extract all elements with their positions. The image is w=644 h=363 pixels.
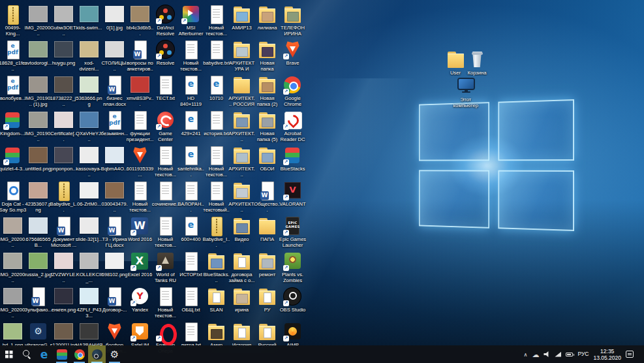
- desktop-icon[interactable]: 5363666.png: [76, 74, 102, 109]
- desktop-icon[interactable]: BqbmA4O...: [102, 144, 127, 180]
- desktop-icon[interactable]: АРХИТЕКТ... РОССИЯ И...: [229, 74, 254, 109]
- desktop-icon[interactable]: ↗Yandex: [127, 285, 153, 321]
- desktop-icon[interactable]: ТЕЛЕФОН ИРИНА: [280, 3, 305, 39]
- taskbar-bluestacks-button[interactable]: [53, 345, 70, 363]
- desktop-icon[interactable]: Babydive_L..: [51, 180, 76, 215]
- desktop-icon[interactable]: ирина: [229, 285, 254, 321]
- desktop-icon[interactable]: ↗Kingdom-...: [0, 109, 25, 144]
- desktop-icon[interactable]: ВАЛОРАН...: [178, 180, 204, 215]
- desktop-icon[interactable]: АРХИТЕКТ... СКУЛЬПТУ..: [229, 180, 254, 215]
- desktop-icon[interactable]: договора займа с о...: [229, 250, 254, 285]
- taskbar-steam-button[interactable]: [88, 345, 106, 363]
- desktop-icon[interactable]: ОБОИ: [254, 144, 280, 180]
- desktop-icon[interactable]: ОБЩ.txt: [178, 285, 204, 321]
- desktop-icon[interactable]: Новый текстовый..: [204, 180, 229, 215]
- desktop-icon[interactable]: IMG_20200...: [0, 285, 25, 321]
- desktop-icon[interactable]: ↗Word 2016: [127, 215, 153, 250]
- desktop-icon[interactable]: ПАПА: [254, 215, 280, 250]
- desktop-icon[interactable]: Gubw3OET...: [51, 3, 76, 39]
- desktop-icon[interactable]: лилиана: [254, 3, 280, 39]
- desktop-icon[interactable]: Babydive_I...: [204, 215, 229, 250]
- desktop-icon[interactable]: kassovaya-...: [76, 144, 102, 180]
- desktop-icon[interactable]: ↗DaVinci Resolve Pro...: [153, 3, 178, 39]
- desktop-icon[interactable]: huygu.png: [51, 39, 76, 74]
- desktop-icon[interactable]: IMG_20190... (1).jpg: [25, 74, 51, 109]
- desktop-icon[interactable]: енкген.png: [51, 285, 76, 321]
- taskbar-edge-button[interactable]: [35, 345, 53, 363]
- desktop-icon[interactable]: babydive.txt: [204, 39, 229, 74]
- desktop-icon[interactable]: pnponpon...: [51, 144, 76, 180]
- desktop-icon[interactable]: ↗quizlet-4-3...: [0, 144, 25, 180]
- desktop-icon[interactable]: fZVZWYLE...: [51, 250, 76, 285]
- desktop-icon[interactable]: СТОЛИЦЫ...: [102, 39, 127, 74]
- desktop-icon[interactable]: 4ZPLf_P433...: [76, 285, 102, 321]
- desktop-icon[interactable]: Договор-...: [102, 285, 127, 321]
- battery-icon[interactable]: [566, 353, 573, 356]
- desktop-icon[interactable]: Новый текстов...: [153, 285, 178, 321]
- language-indicator[interactable]: РУС: [577, 345, 589, 363]
- desktop-icon[interactable]: ТЗ - Ирина ГЦ.docx: [102, 215, 127, 250]
- desktop-icon[interactable]: QXaVHeYJ...: [76, 109, 102, 144]
- desktop-icon[interactable]: 0[1].jpg: [102, 3, 127, 39]
- desktop-icon[interactable]: BlueStacks...: [204, 250, 229, 285]
- desktop-icon[interactable]: 698102.png: [102, 250, 127, 285]
- taskbar-start-button[interactable]: [0, 345, 18, 363]
- desktop-icon[interactable]: ↗MSI Afterburner: [178, 3, 204, 39]
- desktop-icon[interactable]: ↗Acrobat Reader DC: [280, 109, 305, 144]
- desktop-icon[interactable]: волобуев...: [0, 74, 25, 109]
- taskbar-search-button[interactable]: [18, 345, 35, 363]
- desktop-icon[interactable]: kids-swim...: [76, 3, 102, 39]
- desktop-icon[interactable]: безымянн...: [102, 109, 127, 144]
- desktop-icon[interactable]: 10710: [204, 74, 229, 109]
- action-center-icon[interactable]: [626, 351, 634, 358]
- desktop-icon[interactable]: Новая папка (2): [254, 74, 280, 109]
- desktop-icon[interactable]: ↗Brave: [280, 39, 305, 74]
- desktop-icon[interactable]: Doja Cat - Say So.mp3: [0, 180, 25, 215]
- desktop-icon[interactable]: АМИР13: [229, 3, 254, 39]
- desktop-icon[interactable]: santehnika...: [178, 144, 204, 180]
- desktop-icon[interactable]: ремонт: [254, 250, 280, 285]
- desktop-icon[interactable]: ↗Google Chrome: [280, 74, 305, 109]
- taskbar-settings-button[interactable]: [106, 345, 123, 363]
- network-icon[interactable]: [555, 352, 561, 357]
- desktop-icon[interactable]: бизнес план.docx: [102, 74, 127, 109]
- desktop-icon[interactable]: Новый текстов...: [127, 180, 153, 215]
- desktop-icon[interactable]: ↗OBS Studio: [280, 285, 305, 321]
- desktop-icon[interactable]: Этот компьютер: [452, 75, 480, 109]
- desktop-icon[interactable]: история.txt: [204, 109, 229, 144]
- desktop-icon[interactable]: untitled.png: [25, 144, 51, 180]
- onedrive-icon[interactable]: ☁: [532, 351, 539, 358]
- desktop-icon[interactable]: АРХИТЕКТ... НОВГОРОД: [229, 144, 254, 180]
- taskbar-chrome-button[interactable]: [70, 345, 88, 363]
- desktop-icon[interactable]: ↗Resolve: [153, 39, 178, 74]
- desktop-icon[interactable]: 429×241: [178, 109, 204, 144]
- desktop-icon[interactable]: 18738222_j...: [51, 74, 76, 109]
- desktop-icon[interactable]: ТЕСТ.txt: [153, 74, 178, 109]
- desktop-icon[interactable]: ↗World of Tanks RU: [153, 250, 178, 285]
- desktop-icon[interactable]: Новый текстов...: [204, 3, 229, 39]
- desktop-icon[interactable]: вопросы по анкетиров...: [127, 39, 153, 74]
- desktop-icon[interactable]: ↗Plants vs. Zombies: [280, 250, 305, 285]
- desktop-icon[interactable]: ↗BlueStacks: [280, 144, 305, 180]
- desktop-icon[interactable]: SLAN: [204, 285, 229, 321]
- volume-icon[interactable]: [544, 351, 550, 357]
- desktop-icon[interactable]: Certificate[...: [51, 109, 76, 144]
- desktop-icon[interactable]: Новый текстов...: [204, 144, 229, 180]
- desktop-icon[interactable]: ↗Excel 2016: [127, 250, 153, 285]
- desktop-icon[interactable]: ИСТОР.txt: [178, 250, 204, 285]
- hidden-icons-caret-icon[interactable]: ∧: [524, 352, 528, 358]
- desktop-icon[interactable]: IMG_20200...: [25, 3, 51, 39]
- desktop-icon[interactable]: АРХИТЕКТУРА И СКУЛЬП...: [229, 39, 254, 74]
- desktop-icon[interactable]: Документ Microsoft ...: [51, 215, 76, 250]
- desktop-icon[interactable]: avtodorogi...: [25, 39, 51, 74]
- desktop-icon[interactable]: slide-32[1]...: [76, 215, 102, 250]
- desktop-icon[interactable]: сочинение..: [153, 180, 178, 215]
- desktop-icon[interactable]: Новая папка (5): [254, 109, 280, 144]
- desktop-icon[interactable]: bb4c3d6b5...: [127, 3, 153, 39]
- taskbar-clock[interactable]: 12:35 13.05.2020: [593, 348, 621, 361]
- desktop-icon[interactable]: Новый текстов...: [153, 215, 178, 250]
- desktop-icon[interactable]: KOLLEKCII_...: [76, 250, 102, 285]
- desktop-icon[interactable]: IMG_20190...: [25, 109, 51, 144]
- desktop-icon[interactable]: ↗Game Center: [153, 109, 178, 144]
- desktop-icon[interactable]: IMG_20200...: [0, 250, 25, 285]
